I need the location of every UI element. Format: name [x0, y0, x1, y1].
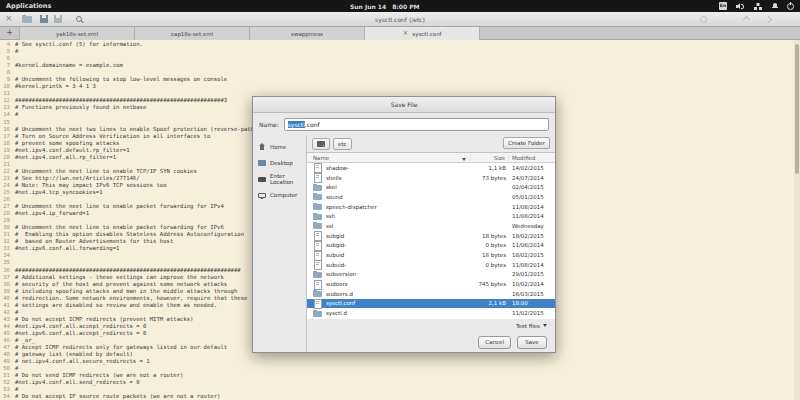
line-text: # net.ipv4.conf.all.secure_redirects = 1	[15, 358, 150, 365]
places-sidebar: Home Desktop Enter Location Comp	[253, 135, 307, 352]
line-number: 16	[0, 126, 10, 133]
column-header-modified[interactable]: Modified	[509, 155, 555, 161]
file-name: sysctl.d	[326, 310, 347, 316]
line-number: 34	[0, 252, 10, 259]
sidebar-item[interactable]: Home	[253, 139, 306, 155]
line-text: # Uncomment the next two lines to enable…	[15, 126, 281, 133]
editor-line: 54 # Do not accept IP source route packe…	[0, 393, 800, 400]
volume-icon[interactable]	[736, 2, 745, 10]
file-row[interactable]: shells 73 bytes 24/07/2014	[307, 173, 555, 183]
line-text: # security of the host and prevent again…	[15, 281, 227, 288]
filename-input[interactable]: sysctl .conf	[284, 118, 549, 131]
line-text: #net.ipv4.ip_forward=1	[15, 210, 89, 217]
save-button[interactable]: Save	[517, 336, 547, 349]
line-text: # _or_	[15, 337, 35, 344]
tab-close-icon[interactable]: ×	[402, 30, 408, 37]
file-list-header: Name Size Modified	[307, 153, 555, 163]
file-name: shadow-	[326, 165, 349, 171]
tab[interactable]: × swappiness	[250, 27, 365, 40]
create-folder-button[interactable]: Create Folder	[503, 137, 550, 149]
file-row[interactable]: sudoers.d 16/03/2015	[307, 289, 555, 299]
clock[interactable]: Sun Jun 14 8:00 PM	[350, 0, 420, 12]
file-modified: 24/07/2014	[509, 175, 555, 181]
editor-scrollbar[interactable]	[794, 40, 800, 400]
tab[interactable]: × sysctl.conf	[365, 27, 480, 40]
line-text: # Turn on Source Address Verification in…	[15, 133, 210, 140]
applications-menu[interactable]: Applications	[6, 2, 51, 10]
power-icon[interactable]	[787, 3, 794, 10]
line-number: 32	[0, 238, 10, 245]
file-icon	[313, 231, 322, 240]
filter-row: Text files	[307, 319, 555, 332]
notifications-icon[interactable]	[772, 3, 778, 10]
file-modified: 29/01/2015	[509, 271, 555, 277]
sidebar-item[interactable]: Computer	[253, 187, 306, 203]
file-row[interactable]: sysctl.conf 2,1 kB 18:00	[307, 299, 555, 309]
file-modified: 02/04/2015	[509, 184, 555, 190]
file-modified: 10/02/2014	[509, 281, 555, 287]
new-tab-button[interactable]: +	[0, 27, 20, 40]
sidebar-item[interactable]: Enter Location	[253, 171, 306, 187]
column-header-size[interactable]: Size	[471, 155, 509, 161]
file-row[interactable]: shadow- 1,1 kB 14/02/2015	[307, 163, 555, 173]
editor-scrollbar-thumb[interactable]	[795, 44, 799, 174]
file-modified: 11/08/2014	[509, 242, 555, 248]
file-type-filter[interactable]: Text files	[516, 323, 547, 329]
line-number: 6	[0, 55, 10, 62]
line-number: 36	[0, 267, 10, 274]
line-number: 20	[0, 154, 10, 161]
tab[interactable]: × yak18s-set.xml	[20, 27, 135, 40]
menu-circle-icon[interactable]	[700, 16, 707, 23]
file-row[interactable]: subuid- 0 bytes 11/08/2014	[307, 260, 555, 270]
breadcrumb-root-button[interactable]	[312, 138, 330, 150]
line-number: 38	[0, 281, 10, 288]
network-icon[interactable]	[754, 2, 763, 10]
clock-date: Sun Jun 14	[350, 3, 386, 10]
file-row[interactable]: ssl Wednesday	[307, 221, 555, 231]
file-row[interactable]: skel 02/04/2015	[307, 182, 555, 192]
tab[interactable]: × cap18s-set.xml	[135, 27, 250, 40]
sidebar-item[interactable]: Desktop	[253, 155, 306, 171]
file-row[interactable]: ssh 11/08/2014	[307, 211, 555, 221]
name-label: Name:	[259, 121, 279, 128]
line-text: # Do not send ICMP redirects (we are not…	[15, 372, 183, 379]
line-number: 49	[0, 358, 10, 365]
file-row[interactable]: sudoers 745 bytes 10/02/2014	[307, 279, 555, 289]
file-name: subgid-	[326, 242, 346, 248]
line-number: 45	[0, 330, 10, 337]
file-row[interactable]: sysctl.d 11/02/2015	[307, 308, 555, 318]
file-modified: 11/08/2014	[509, 213, 555, 219]
file-row[interactable]: subgid- 0 bytes 11/08/2014	[307, 241, 555, 251]
breadcrumb-etc-button[interactable]: etc	[333, 138, 352, 150]
line-text: #kernel.domainname = example.com	[15, 62, 123, 69]
desktop: Applications Sun Jun 14 8:00 PM En × sys…	[0, 0, 800, 400]
line-text: #net.ipv6.conf.all.accept_redirects = 0	[15, 330, 146, 337]
file-row[interactable]: speech-dispatcher 11/08/2014	[307, 202, 555, 212]
line-number: 17	[0, 133, 10, 140]
file-row[interactable]: subversion 29/01/2015	[307, 270, 555, 280]
file-name: skel	[326, 184, 337, 190]
line-text: # gateway list (enabled by default)	[15, 351, 133, 358]
line-number: 33	[0, 245, 10, 252]
file-row[interactable]: subgid 18 bytes 18/02/2015	[307, 231, 555, 241]
filter-label: Text files	[516, 323, 540, 329]
line-number: 28	[0, 210, 10, 217]
column-header-name[interactable]: Name	[307, 155, 471, 161]
file-row[interactable]: subuid 18 bytes 18/02/2015	[307, 250, 555, 260]
dialog-title: Save File	[253, 97, 555, 113]
keyboard-layout-icon[interactable]: En	[719, 2, 727, 10]
cancel-button[interactable]: Cancel	[478, 336, 511, 349]
file-icon	[313, 183, 322, 192]
line-number: 48	[0, 351, 10, 358]
line-number: 18	[0, 140, 10, 147]
file-row[interactable]: sound 05/01/2015	[307, 192, 555, 202]
line-text: #net.ipv4.conf.all.accept_redirects = 0	[15, 323, 146, 330]
file-size: 0 bytes	[471, 262, 509, 268]
line-text: # Uncomment the next line to enable TCP/…	[15, 168, 197, 175]
file-icon	[313, 280, 322, 289]
file-modified: 11/02/2015	[509, 310, 555, 316]
line-text: # settings are disabled so review and en…	[15, 302, 217, 309]
line-text: #net.ipv6.conf.all.forwarding=1	[15, 245, 119, 252]
line-number: 35	[0, 259, 10, 266]
window-title: sysctl.conf (/etc)	[0, 16, 800, 23]
